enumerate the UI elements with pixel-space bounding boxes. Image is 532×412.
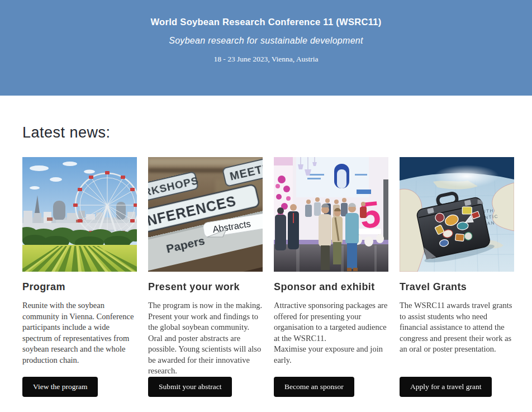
card-body-travel-grants: The WSRC11 awards travel grants to assis… (400, 300, 514, 355)
card-title-travel-grants: Travel Grants (400, 281, 514, 293)
news-cards: Program Reunite with the soybean communi… (22, 157, 514, 397)
card-body-sponsor: Attractive sponsoring packages are offer… (274, 300, 388, 366)
card-body-program: Reunite with the soybean community in Vi… (22, 300, 137, 366)
news-card-present-work: WORKSHOPS MEETINGS CONFERENCES Papers Ab… (148, 157, 263, 397)
site-title: World Soybean Research Conference 11 (WS… (0, 0, 532, 27)
apply-travel-grant-button[interactable]: Apply for a travel grant (400, 377, 492, 397)
view-program-button[interactable]: View the program (22, 377, 98, 397)
suitcase-map-photo: SOUTH ATLANTIC OCEAN (400, 157, 514, 272)
news-card-sponsor: 5 EARS (274, 157, 388, 397)
exhibition-hall-photo: 5 EARS (274, 157, 388, 272)
conference-dates: 18 - 23 June 2023, Vienna, Austria (0, 55, 532, 64)
card-title-sponsor: Sponsor and exhibit (274, 281, 388, 293)
card-title-present-work: Present your work (148, 281, 263, 293)
main-content: Latest news: (0, 124, 532, 397)
folder-tabs-photo: WORKSHOPS MEETINGS CONFERENCES Papers Ab… (148, 157, 263, 272)
news-card-travel-grants: SOUTH ATLANTIC OCEAN (400, 157, 514, 397)
become-sponsor-button[interactable]: Become an sponsor (274, 377, 354, 397)
card-title-program: Program (22, 281, 137, 293)
card-body-present-work: The program is now in the making. Presen… (148, 300, 263, 377)
site-subtitle: Soybean research for sustainable develop… (0, 36, 532, 46)
vienna-skyline-photo (22, 157, 137, 272)
news-card-program: Program Reunite with the soybean communi… (22, 157, 137, 397)
submit-abstract-button[interactable]: Submit your abstract (148, 377, 232, 397)
hero-banner: World Soybean Research Conference 11 (WS… (0, 0, 532, 96)
latest-news-heading: Latest news: (22, 124, 514, 141)
